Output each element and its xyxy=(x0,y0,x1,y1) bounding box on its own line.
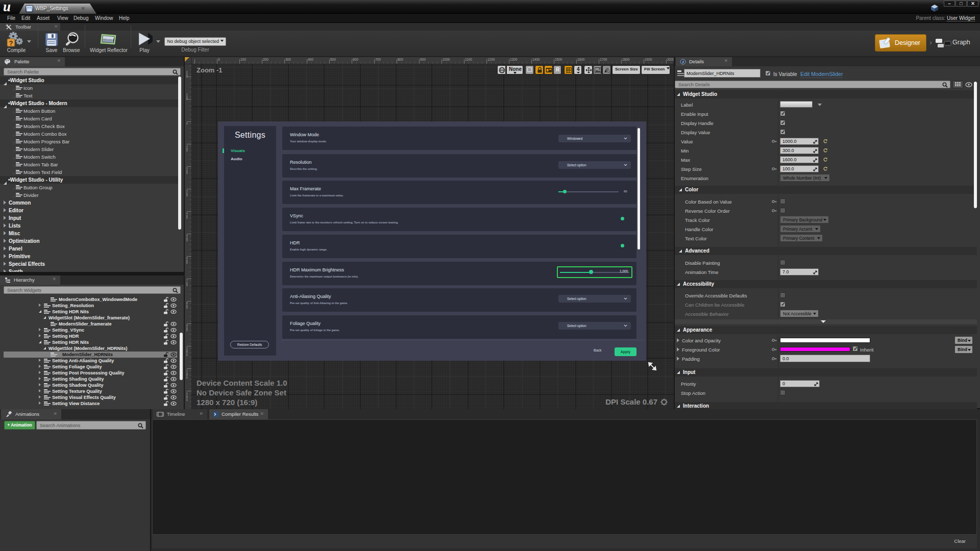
svg-text:?: ? xyxy=(9,39,13,47)
